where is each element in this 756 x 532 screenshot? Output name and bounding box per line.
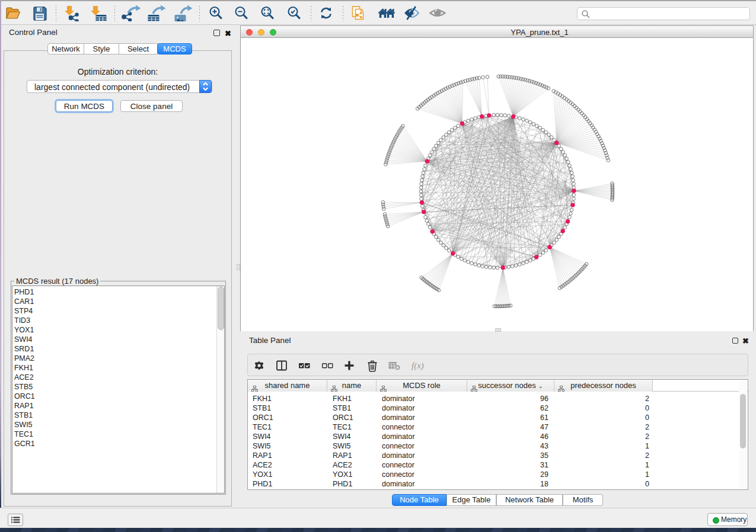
svg-text:f(x): f(x)	[412, 361, 424, 371]
